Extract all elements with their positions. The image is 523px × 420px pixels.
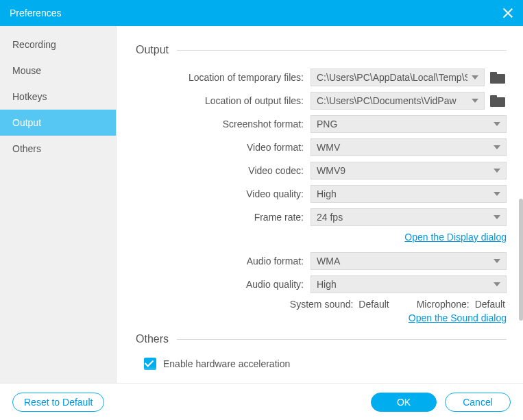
chevron-down-icon — [494, 215, 500, 219]
value-microphone: Default — [475, 299, 505, 310]
value-system-sound: Default — [358, 299, 389, 310]
sidebar: Recording Mouse Hotkeys Output Others — [0, 26, 117, 383]
select-video-codec[interactable]: WMV9 — [311, 162, 507, 180]
link-sound-dialog[interactable]: Open the Sound dialog — [409, 312, 507, 323]
chevron-down-icon — [494, 122, 500, 126]
divider — [177, 339, 507, 340]
select-audio-quality[interactable]: High — [311, 275, 507, 293]
window-title: Preferences — [10, 8, 61, 18]
select-value: WMV — [317, 142, 489, 153]
select-value: 24 fps — [317, 212, 489, 223]
select-value: C:\Users\PC\AppData\Local\Temp\ScreenRec… — [317, 72, 467, 83]
sidebar-item-recording[interactable]: Recording — [0, 32, 116, 58]
label-video-codec: Video codec: — [136, 165, 311, 176]
section-header-others: Others — [136, 333, 507, 345]
footer: Reset to Default OK Cancel — [0, 383, 523, 420]
chevron-down-icon — [494, 192, 500, 196]
cancel-button[interactable]: Cancel — [445, 393, 511, 412]
select-value: High — [317, 279, 489, 290]
section-title: Output — [136, 44, 169, 56]
section-title: Others — [136, 333, 169, 345]
select-video-quality[interactable]: High — [311, 185, 507, 203]
label-output-location: Location of output files: — [136, 95, 311, 106]
label-screenshot-format: Screenshot format: — [136, 119, 311, 129]
content-area: Output Location of temporary files: C:\U… — [117, 26, 523, 383]
label-audio-quality: Audio quality: — [136, 279, 311, 290]
select-temp-location[interactable]: C:\Users\PC\AppData\Local\Temp\ScreenRec… — [311, 69, 485, 86]
titlebar: Preferences — [0, 0, 523, 26]
label-temp-location: Location of temporary files: — [136, 72, 311, 83]
select-screenshot-format[interactable]: PNG — [311, 115, 507, 133]
select-value: WMV9 — [317, 165, 489, 176]
folder-icon[interactable] — [490, 71, 507, 84]
chevron-down-icon — [472, 99, 478, 103]
chevron-down-icon — [494, 169, 500, 173]
label-video-format: Video format: — [136, 142, 311, 153]
sidebar-item-hotkeys[interactable]: Hotkeys — [0, 84, 116, 110]
select-value: WMA — [317, 256, 489, 267]
chevron-down-icon — [494, 145, 500, 149]
select-output-location[interactable]: C:\Users\PC\Documents\VidPaw — [311, 92, 485, 110]
select-value: PNG — [317, 119, 489, 129]
checkbox-label: Enable hardware acceleration — [163, 358, 290, 369]
sidebar-item-others[interactable]: Others — [0, 136, 116, 162]
ok-button[interactable]: OK — [371, 393, 437, 412]
divider — [177, 50, 507, 51]
select-frame-rate[interactable]: 24 fps — [311, 208, 507, 226]
select-video-format[interactable]: WMV — [311, 138, 507, 156]
folder-icon[interactable] — [490, 94, 507, 108]
chevron-down-icon — [472, 75, 478, 79]
chevron-down-icon — [494, 259, 500, 263]
sound-device-row: System sound: Default Microphone: Defaul… — [136, 299, 507, 310]
scrollbar-thumb[interactable] — [519, 199, 523, 321]
chevron-down-icon — [494, 282, 500, 286]
select-audio-format[interactable]: WMA — [311, 252, 507, 270]
label-video-quality: Video quality: — [136, 188, 311, 199]
select-value: C:\Users\PC\Documents\VidPaw — [317, 95, 467, 106]
label-microphone: Microphone: — [417, 299, 470, 310]
select-value: High — [317, 188, 489, 199]
sidebar-item-mouse[interactable]: Mouse — [0, 58, 116, 84]
label-audio-format: Audio format: — [136, 256, 311, 267]
label-frame-rate: Frame rate: — [136, 212, 311, 223]
section-header-output: Output — [136, 44, 507, 56]
link-display-dialog[interactable]: Open the Display dialog — [404, 232, 507, 243]
close-icon[interactable] — [502, 8, 513, 18]
label-system-sound: System sound: — [290, 299, 354, 310]
sidebar-item-output[interactable]: Output — [0, 110, 116, 136]
checkbox-hw-accel[interactable] — [144, 358, 156, 370]
reset-button[interactable]: Reset to Default — [12, 393, 104, 412]
